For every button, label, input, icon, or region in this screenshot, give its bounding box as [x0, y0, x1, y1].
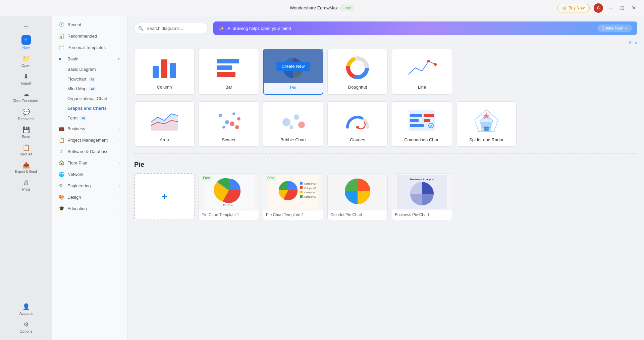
- nav-item-network[interactable]: 🌐 Network ›: [52, 168, 127, 180]
- business-chevron-icon: ›: [119, 127, 120, 131]
- sidebar-item-save[interactable]: 💾 Save: [0, 124, 52, 141]
- nav-sub-basic-diagram[interactable]: Basic Diagram: [52, 64, 127, 74]
- add-template-card[interactable]: +: [134, 173, 195, 220]
- comparison-label: Comparison Chart: [404, 137, 440, 142]
- chart-card-scatter[interactable]: Scatter: [199, 101, 259, 147]
- chart-card-gauges[interactable]: Gauges: [327, 101, 388, 147]
- search-input[interactable]: [134, 23, 208, 34]
- nav-sub-org-chart[interactable]: Organizational Chart: [52, 94, 127, 103]
- flowchart-ai-badge: AI: [89, 77, 95, 82]
- chart-card-line[interactable]: Line: [392, 49, 452, 95]
- svg-text:Category C: Category C: [304, 191, 316, 194]
- save-icon: 💾: [22, 126, 30, 134]
- area-label: Area: [160, 137, 169, 142]
- doughnut-label: Doughnut: [348, 85, 367, 90]
- close-button[interactable]: ✕: [630, 4, 637, 12]
- gauges-chart-img: [341, 107, 374, 134]
- sidebar-item-new[interactable]: + New: [0, 33, 52, 52]
- chart-card-area[interactable]: Area: [134, 101, 195, 147]
- nav-recommended-label: Recommended: [67, 34, 97, 39]
- svg-point-18: [230, 122, 234, 126]
- template-1-free-badge: Free: [201, 176, 212, 181]
- nav-sub-graphs-charts[interactable]: Graphs and Charts: [52, 103, 127, 113]
- svg-rect-1: [161, 59, 167, 78]
- template-card-1[interactable]: Pie Chart Free Pie Chart Template 1: [199, 173, 259, 220]
- chart-card-doughnut[interactable]: Doughnut: [327, 49, 388, 95]
- chart-card-bubble[interactable]: Bubble Chart: [263, 101, 323, 147]
- template-card-4[interactable]: Business Analysis Business Pie Chart: [392, 173, 452, 220]
- all-link[interactable]: All >: [629, 40, 637, 45]
- buy-now-button[interactable]: 🛒 Buy Now: [557, 4, 590, 12]
- chart-card-comparison[interactable]: Comparison Chart: [392, 101, 452, 147]
- nav-item-basic[interactable]: ● Basic ▼: [52, 53, 127, 64]
- line-chart-img: [405, 54, 439, 81]
- sidebar-cloud-label: Cloud Documents: [13, 99, 39, 103]
- nav-item-project-mgmt[interactable]: 📋 Project Management ›: [52, 134, 127, 146]
- maximize-button[interactable]: □: [619, 4, 626, 12]
- nav-project-label: Project Management: [67, 138, 108, 143]
- flowchart-label: Flowchart: [67, 77, 86, 82]
- nav-item-personal-templates[interactable]: 📄 Personal Templates: [52, 42, 127, 53]
- ai-banner-create-button[interactable]: Create Now →: [597, 25, 632, 32]
- sidebar-item-account[interactable]: 👤 Account: [0, 300, 52, 318]
- svg-point-21: [235, 125, 239, 129]
- minimize-button[interactable]: ─: [607, 4, 614, 12]
- nav-sub-flowchart[interactable]: Flowchart AI: [52, 74, 127, 84]
- open-icon: 📁: [22, 55, 30, 62]
- sidebar-item-open[interactable]: 📁 Open: [0, 52, 52, 70]
- sidebar-item-export[interactable]: 📤 Export & Send: [0, 159, 52, 177]
- user-avatar[interactable]: C: [594, 3, 603, 13]
- sidebar-options-label: Options: [20, 329, 33, 333]
- nav-item-business[interactable]: 💼 Business ›: [52, 123, 127, 134]
- nav-recent-label: Recent: [67, 22, 81, 27]
- svg-point-11: [427, 60, 430, 62]
- sidebar-item-cloud[interactable]: ☁ Cloud Documents: [0, 88, 52, 106]
- spider-label: Spider and Radar: [469, 137, 503, 142]
- nav-sub-mind-map[interactable]: Mind Map AI: [52, 84, 127, 94]
- nav-item-software-db[interactable]: 🖥 Software & Database ›: [52, 146, 127, 157]
- chart-card-pie[interactable]: Create New Pie: [263, 49, 323, 95]
- comparison-chart-img: [405, 107, 439, 134]
- nav-item-floor-plan[interactable]: 🏠 Floor Plan ›: [52, 157, 127, 168]
- svg-rect-51: [300, 195, 303, 198]
- nav-personal-templates-label: Personal Templates: [67, 45, 106, 50]
- create-new-overlay: Create New: [264, 49, 323, 83]
- sidebar-item-import[interactable]: ⬇ Import: [0, 70, 52, 88]
- chart-card-spider[interactable]: Spider and Radar: [456, 101, 517, 147]
- sidebar-item-print[interactable]: 🖨 Print: [0, 177, 52, 194]
- chart-card-column[interactable]: Column: [134, 49, 195, 95]
- app-title: Wondershare EdrawMax Free: [290, 5, 354, 11]
- svg-rect-5: [217, 72, 235, 77]
- sidebar-item-save-as[interactable]: 📋 Save As: [0, 141, 52, 159]
- ai-banner[interactable]: ✨ AI drawing helps open your mind Create…: [213, 21, 637, 35]
- sidebar-templates-label: Templates: [17, 117, 34, 121]
- nav-item-education[interactable]: 🎓 Education ›: [52, 203, 127, 214]
- templates-icon: 💬: [22, 108, 30, 116]
- cloud-icon: ☁: [23, 91, 29, 98]
- svg-rect-30: [410, 124, 424, 127]
- sidebar-item-options[interactable]: ⚙ Options: [0, 318, 52, 336]
- nav-sub-form[interactable]: Form AI: [52, 113, 127, 123]
- nav-item-engineering[interactable]: ⚙ Engineering ›: [52, 180, 127, 191]
- form-label: Form: [67, 115, 77, 120]
- recommended-icon: 📊: [59, 33, 64, 39]
- templates-section: Pie + Pie Chart: [134, 161, 637, 220]
- new-icon: +: [21, 35, 31, 45]
- svg-rect-2: [170, 63, 176, 78]
- nav-item-recent[interactable]: 🕐 Recent: [52, 19, 127, 30]
- nav-item-design[interactable]: 🎨 Design ›: [52, 191, 127, 203]
- template-3-label: Colorful Pie Chart: [328, 210, 387, 219]
- sidebar-item-back[interactable]: ←: [0, 20, 52, 33]
- sidebar-save-label: Save: [22, 135, 30, 139]
- nav-item-recommended[interactable]: 📊 Recommended: [52, 30, 127, 42]
- account-icon: 👤: [22, 303, 30, 310]
- options-icon: ⚙: [23, 321, 29, 328]
- create-new-button[interactable]: Create New: [276, 62, 310, 71]
- template-card-2[interactable]: Category A Category B Category C Categor…: [263, 173, 323, 220]
- chart-grid: Column Bar Create New: [134, 49, 637, 95]
- sidebar-item-templates[interactable]: 💬 Templates: [0, 106, 52, 124]
- template-card-3[interactable]: Colorful Pie Chart: [327, 173, 388, 220]
- chart-card-bar[interactable]: Bar: [199, 49, 259, 95]
- design-icon: 🎨: [59, 194, 64, 200]
- svg-rect-45: [300, 182, 303, 185]
